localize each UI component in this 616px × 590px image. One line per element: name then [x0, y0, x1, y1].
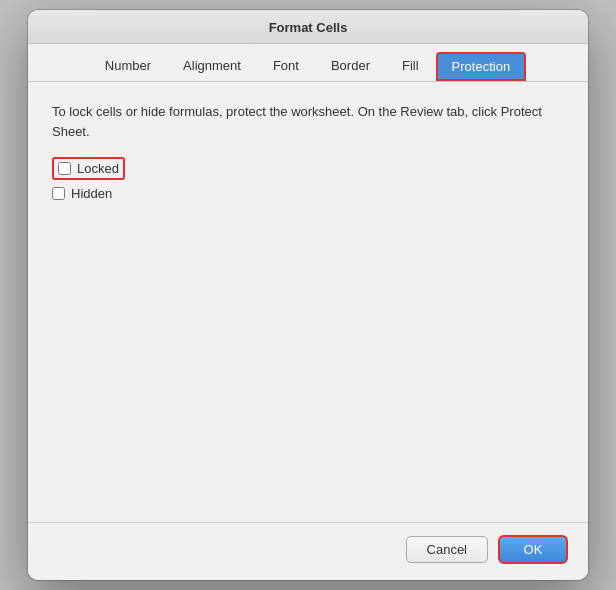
- format-cells-dialog: Format Cells Number Alignment Font Borde…: [28, 10, 588, 580]
- cancel-button[interactable]: Cancel: [406, 536, 488, 563]
- hidden-label[interactable]: Hidden: [71, 186, 112, 201]
- tab-font[interactable]: Font: [258, 52, 314, 81]
- hidden-checkbox[interactable]: [52, 187, 65, 200]
- title-bar: Format Cells: [28, 10, 588, 44]
- tab-alignment[interactable]: Alignment: [168, 52, 256, 81]
- tab-number[interactable]: Number: [90, 52, 166, 81]
- tab-fill[interactable]: Fill: [387, 52, 434, 81]
- content-area: To lock cells or hide formulas, protect …: [28, 82, 588, 522]
- dialog-title: Format Cells: [269, 20, 348, 35]
- tab-protection[interactable]: Protection: [436, 52, 527, 81]
- ok-button[interactable]: OK: [498, 535, 568, 564]
- locked-checkbox[interactable]: [58, 162, 71, 175]
- footer: Cancel OK: [28, 522, 588, 580]
- locked-row: Locked: [52, 157, 125, 180]
- tab-border[interactable]: Border: [316, 52, 385, 81]
- locked-label[interactable]: Locked: [77, 161, 119, 176]
- tabs-container: Number Alignment Font Border Fill Protec…: [28, 44, 588, 82]
- hidden-row: Hidden: [52, 186, 564, 201]
- description-text: To lock cells or hide formulas, protect …: [52, 102, 564, 141]
